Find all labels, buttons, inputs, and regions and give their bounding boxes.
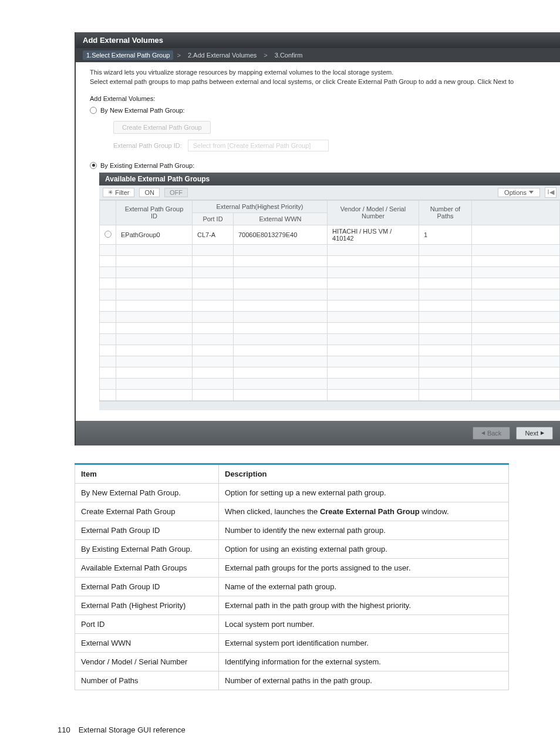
desc-row: External Path Group IDName of the extern… xyxy=(75,577,509,596)
cell-ext-wwn: 70060E8013279E40 xyxy=(234,225,328,244)
table-row xyxy=(100,389,560,400)
page-number: 110 xyxy=(58,725,70,734)
description-table: Item Description By New External Path Gr… xyxy=(75,463,509,690)
col-ext-wwn[interactable]: External WWN xyxy=(234,212,328,225)
desc-text: Identifying information for the external… xyxy=(219,652,509,671)
radio-existing-group[interactable] xyxy=(90,162,97,169)
available-groups-table: External Path Group ID External Path(Hig… xyxy=(99,200,560,401)
desc-text: External path groups for the ports assig… xyxy=(219,558,509,577)
desc-item: External Path Group ID xyxy=(75,577,219,596)
table-row xyxy=(100,333,560,345)
table-row[interactable]: EPathGroup0CL7-A70060E8013279E40HITACHI … xyxy=(100,225,560,244)
table-row xyxy=(100,289,560,300)
desc-row: External Path Group IDNumber to identify… xyxy=(75,521,509,539)
desc-item: Vendor / Model / Serial Number xyxy=(75,652,219,671)
desc-text: Option for setting up a new external pat… xyxy=(219,483,509,502)
desc-item: Create External Path Group xyxy=(75,502,219,521)
new-group-controls: Create External Path Group External Path… xyxy=(76,117,560,161)
table-row xyxy=(100,278,560,289)
table-row xyxy=(100,345,560,356)
col-vendor[interactable]: Vendor / Model / Serial Number xyxy=(328,200,419,225)
desc-item: By Existing External Path Group. xyxy=(75,539,219,558)
desc-text: Name of the external path group. xyxy=(219,577,509,596)
create-external-path-group-button[interactable]: Create External Path Group xyxy=(113,121,211,134)
cell-extra xyxy=(472,225,560,244)
desc-row: External Path (Highest Priority)External… xyxy=(75,596,509,615)
available-groups-header: Available External Path Groups xyxy=(99,173,560,185)
table-toolbar: ✳Filter ON OFF Options I◀ xyxy=(99,185,560,200)
cell-num-paths: 1 xyxy=(419,225,472,244)
radio-existing-group-label: By Existing External Path Group: xyxy=(100,162,194,169)
desc-row: External WWNExternal system port identif… xyxy=(75,633,509,652)
col-group-id[interactable]: External Path Group ID xyxy=(116,200,193,225)
filter-icon: ✳ xyxy=(108,189,113,195)
back-label: Back xyxy=(487,430,501,437)
cell-group-id: EPathGroup0 xyxy=(116,225,193,244)
table-row xyxy=(100,311,560,322)
desc-item: External Path (Highest Priority) xyxy=(75,596,219,615)
table-row xyxy=(100,300,560,311)
intro-line-1: This wizard lets you virtualize storage … xyxy=(90,68,553,77)
wizard-sep: > xyxy=(177,52,180,59)
col-highest-priority[interactable]: External Path(Highest Priority) xyxy=(193,200,328,212)
desc-item: By New External Path Group. xyxy=(75,483,219,502)
screenshot-panel: Add External Volumes 1.Select External P… xyxy=(75,32,560,445)
table-row xyxy=(100,356,560,367)
cell-vendor: HITACHI / HUS VM / 410142 xyxy=(328,225,419,244)
desc-text: External system port identification numb… xyxy=(219,633,509,652)
wizard-steps: 1.Select External Path Group > 2.Add Ext… xyxy=(76,48,560,62)
external-path-group-id-input[interactable]: Select from [Create External Path Group] xyxy=(188,140,329,151)
desc-row: By New External Path Group.Option for se… xyxy=(75,483,509,502)
col-extra xyxy=(472,200,560,225)
filter-button[interactable]: ✳Filter xyxy=(103,188,134,197)
desc-item: Port ID xyxy=(75,615,219,633)
next-label: Next xyxy=(525,430,538,437)
desc-row: By Existing External Path Group.Option f… xyxy=(75,539,509,558)
window-title: Add External Volumes xyxy=(76,32,560,48)
wizard-step-1[interactable]: 1.Select External Path Group xyxy=(83,50,173,60)
table-row xyxy=(100,266,560,278)
row-radio[interactable] xyxy=(104,231,112,238)
desc-text: Number of external paths in the path gro… xyxy=(219,671,509,690)
wizard-step-2: 2.Add External Volumes xyxy=(184,50,260,60)
wizard-footer: Back Next xyxy=(76,421,560,445)
intro-text: This wizard lets you virtualize storage … xyxy=(76,62,560,95)
desc-text: Number to identify the new external path… xyxy=(219,521,509,539)
radio-existing-group-row[interactable]: By Existing External Path Group: xyxy=(76,161,560,173)
table-row xyxy=(100,378,560,389)
desc-text: Option for using an existing external pa… xyxy=(219,539,509,558)
desc-row: Create External Path GroupWhen clicked, … xyxy=(75,502,509,521)
filter-off-button[interactable]: OFF xyxy=(164,188,188,197)
desc-row: Available External Path GroupsExternal p… xyxy=(75,558,509,577)
desc-item: Number of Paths xyxy=(75,671,219,690)
wizard-step-3: 3.Confirm xyxy=(271,50,306,60)
page-footer-text: External Storage GUI reference xyxy=(79,725,185,734)
filter-on-button[interactable]: ON xyxy=(139,188,160,197)
options-button[interactable]: Options xyxy=(498,188,540,197)
external-path-group-id-label: External Path Group ID: xyxy=(113,142,182,149)
desc-text: External path in the path group with the… xyxy=(219,596,509,615)
first-page-button[interactable]: I◀ xyxy=(545,187,556,198)
desc-row: Port IDLocal system port number. xyxy=(75,615,509,633)
desc-item: External Path Group ID xyxy=(75,521,219,539)
table-row xyxy=(100,322,560,333)
filter-label: Filter xyxy=(115,189,129,196)
desc-text: Local system port number. xyxy=(219,615,509,633)
desc-item: External WWN xyxy=(75,633,219,652)
back-button[interactable]: Back xyxy=(473,427,510,440)
section-label: Add External Volumes: xyxy=(76,95,560,106)
desc-head-desc: Description xyxy=(219,464,509,483)
col-select xyxy=(100,200,116,225)
col-port-id[interactable]: Port ID xyxy=(193,212,234,225)
desc-item: Available External Path Groups xyxy=(75,558,219,577)
radio-new-group[interactable] xyxy=(90,107,97,114)
col-num-paths[interactable]: Number of Paths xyxy=(419,200,472,225)
radio-new-group-row[interactable]: By New External Path Group: xyxy=(76,106,560,117)
options-label: Options xyxy=(504,189,527,196)
chevron-down-icon xyxy=(529,191,534,194)
table-footer xyxy=(99,401,560,410)
wizard-sep: > xyxy=(264,52,267,59)
desc-row: Number of PathsNumber of external paths … xyxy=(75,671,509,690)
next-button[interactable]: Next xyxy=(516,427,553,440)
intro-line-2: Select external path groups to map paths… xyxy=(90,77,553,87)
